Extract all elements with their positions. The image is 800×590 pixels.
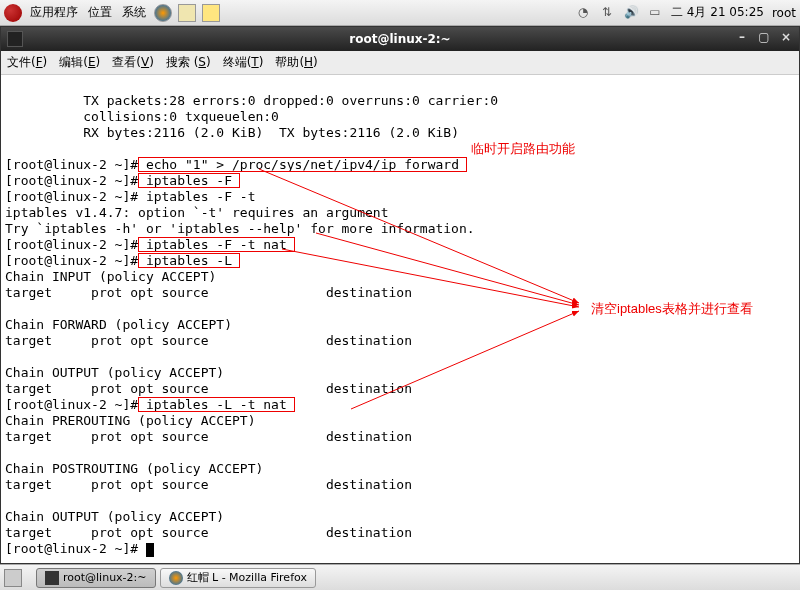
minimize-button[interactable]: –: [733, 30, 751, 46]
user-menu[interactable]: root: [772, 6, 796, 20]
menubar: 文件(F) 编辑(E) 查看(V) 搜索 (S) 终端(T) 帮助(H): [1, 51, 799, 75]
menu-edit[interactable]: 编辑(E): [59, 54, 100, 71]
menu-file[interactable]: 文件(F): [7, 54, 47, 71]
launcher-firefox-icon[interactable]: [154, 4, 172, 22]
maximize-button[interactable]: ▢: [755, 30, 773, 46]
task-terminal[interactable]: root@linux-2:~: [36, 568, 156, 588]
menu-view[interactable]: 查看(V): [112, 54, 154, 71]
annotation-iptables: 清空iptables表格并进行查看: [591, 301, 753, 317]
network-icon[interactable]: ⇅: [599, 5, 615, 21]
menu-system[interactable]: 系统: [120, 4, 148, 21]
launcher-notes-icon[interactable]: [202, 4, 220, 22]
menu-search[interactable]: 搜索 (S): [166, 54, 211, 71]
cmd-iptables-F: iptables -F: [138, 173, 240, 188]
display-icon[interactable]: ▭: [647, 5, 663, 21]
cmd-iptables-L: iptables -L: [138, 253, 240, 268]
task-firefox[interactable]: 红帽 L - Mozilla Firefox: [160, 568, 316, 588]
update-icon[interactable]: ◔: [575, 5, 591, 21]
cmd-ip-forward: echo "1" > /proc/sys/net/ipv4/ip_forward: [138, 157, 467, 172]
terminal-window: root@linux-2:~ – ▢ × 文件(F) 编辑(E) 查看(V) 搜…: [0, 26, 800, 564]
show-desktop-icon[interactable]: [4, 569, 22, 587]
cmd-iptables-L-nat: iptables -L -t nat: [138, 397, 295, 412]
distro-icon[interactable]: [4, 4, 22, 22]
annotation-routing: 临时开启路由功能: [471, 141, 575, 157]
menu-help[interactable]: 帮助(H): [275, 54, 317, 71]
window-icon: [7, 31, 23, 47]
firefox-icon: [169, 571, 183, 585]
launcher-mail-icon[interactable]: [178, 4, 196, 22]
clock[interactable]: 二 4月 21 05:25: [671, 4, 764, 21]
menu-terminal[interactable]: 终端(T): [223, 54, 264, 71]
close-button[interactable]: ×: [777, 30, 795, 46]
titlebar[interactable]: root@linux-2:~ – ▢ ×: [1, 27, 799, 51]
panel-top: 应用程序 位置 系统 ◔ ⇅ 🔊 ▭ 二 4月 21 05:25 root: [0, 0, 800, 26]
terminal-icon: [45, 571, 59, 585]
cursor: [146, 543, 154, 557]
volume-icon[interactable]: 🔊: [623, 5, 639, 21]
panel-bottom: root@linux-2:~ 红帽 L - Mozilla Firefox: [0, 564, 800, 590]
menu-apps[interactable]: 应用程序: [28, 4, 80, 21]
terminal-body[interactable]: TX packets:28 errors:0 dropped:0 overrun…: [1, 75, 799, 563]
window-title: root@linux-2:~: [349, 32, 450, 46]
menu-places[interactable]: 位置: [86, 4, 114, 21]
cmd-iptables-F-nat: iptables -F -t nat: [138, 237, 295, 252]
svg-line-0: [259, 169, 579, 303]
